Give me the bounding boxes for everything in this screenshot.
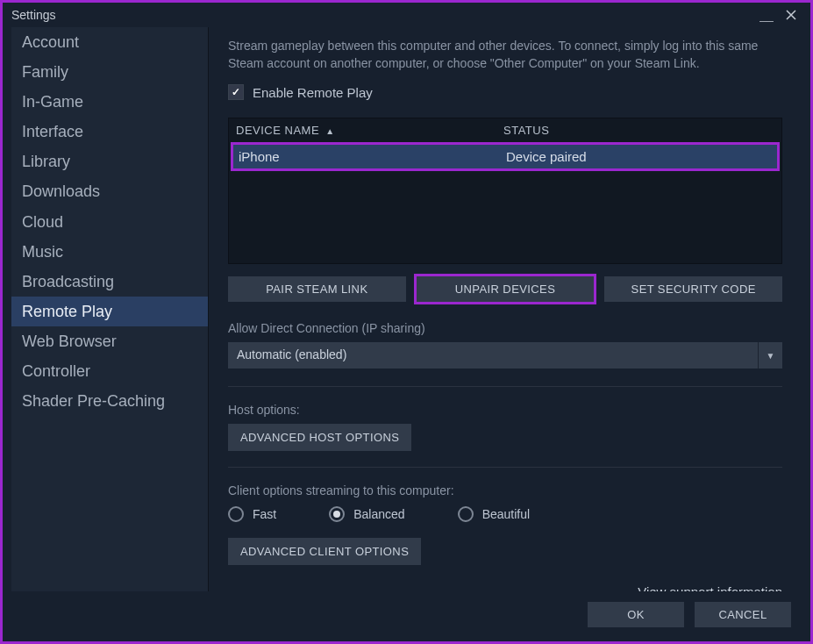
set-security-code-button[interactable]: SET SECURITY CODE bbox=[604, 276, 782, 302]
enable-remote-play-checkbox[interactable] bbox=[228, 84, 244, 100]
titlebar: Settings __ bbox=[3, 3, 810, 27]
settings-window: Settings __ AccountFamilyIn-GameInterfac… bbox=[3, 3, 810, 641]
minimize-button[interactable]: __ bbox=[756, 4, 777, 25]
view-support-link[interactable]: View support information bbox=[638, 584, 782, 591]
enable-remote-play-label: Enable Remote Play bbox=[253, 85, 373, 100]
sidebar-item-music[interactable]: Music bbox=[11, 237, 208, 267]
enable-remote-play-row[interactable]: Enable Remote Play bbox=[228, 84, 782, 100]
column-device-name[interactable]: DEVICE NAME ▲ bbox=[236, 124, 503, 137]
sidebar-item-controller[interactable]: Controller bbox=[11, 356, 208, 386]
direct-connection-dropdown[interactable]: Automatic (enabled) ▼ bbox=[228, 342, 782, 369]
sidebar-item-remote-play[interactable]: Remote Play bbox=[11, 297, 208, 326]
radio-icon bbox=[329, 506, 345, 522]
divider bbox=[228, 386, 782, 387]
unpair-devices-button[interactable]: UNPAIR DEVICES bbox=[417, 276, 595, 302]
window-title: Settings bbox=[11, 8, 752, 22]
device-table: DEVICE NAME ▲ STATUS iPhone Device paire… bbox=[228, 118, 782, 264]
direct-connection-label: Allow Direct Connection (IP sharing) bbox=[228, 321, 782, 335]
quality-radio-fast[interactable]: Fast bbox=[228, 506, 276, 522]
radio-label: Fast bbox=[253, 507, 276, 521]
device-row-highlight: iPhone Device paired bbox=[231, 142, 780, 171]
chevron-down-icon: ▼ bbox=[758, 342, 782, 369]
sidebar-item-family[interactable]: Family bbox=[11, 57, 208, 87]
radio-icon bbox=[228, 506, 244, 522]
sidebar-item-interface[interactable]: Interface bbox=[11, 117, 208, 147]
radio-label: Balanced bbox=[353, 507, 404, 521]
sidebar-item-account[interactable]: Account bbox=[11, 27, 208, 57]
client-quality-radios: FastBalancedBeautiful bbox=[228, 506, 782, 522]
column-status[interactable]: STATUS bbox=[503, 124, 774, 137]
sidebar-item-broadcasting[interactable]: Broadcasting bbox=[11, 267, 208, 297]
host-options-label: Host options: bbox=[228, 403, 782, 417]
sidebar-item-cloud[interactable]: Cloud bbox=[11, 207, 208, 237]
advanced-client-options-button[interactable]: ADVANCED CLIENT OPTIONS bbox=[228, 538, 421, 565]
remote-play-panel: Stream gameplay between this computer an… bbox=[209, 27, 802, 591]
panel-description: Stream gameplay between this computer an… bbox=[228, 38, 782, 72]
sort-asc-icon: ▲ bbox=[325, 126, 334, 136]
sidebar-item-in-game[interactable]: In-Game bbox=[11, 87, 208, 117]
device-status-cell: Device paired bbox=[506, 149, 772, 164]
dialog-footer: OK CANCEL bbox=[3, 591, 810, 641]
settings-sidebar: AccountFamilyIn-GameInterfaceLibraryDown… bbox=[11, 27, 209, 591]
sidebar-item-library[interactable]: Library bbox=[11, 147, 208, 176]
close-button[interactable] bbox=[781, 4, 802, 25]
device-table-header[interactable]: DEVICE NAME ▲ STATUS bbox=[229, 118, 781, 142]
advanced-host-options-button[interactable]: ADVANCED HOST OPTIONS bbox=[228, 424, 411, 451]
close-icon bbox=[786, 10, 796, 20]
divider bbox=[228, 467, 782, 468]
sidebar-item-downloads[interactable]: Downloads bbox=[11, 176, 208, 206]
direct-connection-value: Automatic (enabled) bbox=[228, 342, 758, 369]
table-row[interactable]: iPhone Device paired bbox=[233, 145, 777, 168]
radio-label: Beautiful bbox=[482, 507, 530, 521]
device-name-cell: iPhone bbox=[239, 149, 506, 164]
device-table-empty-area bbox=[229, 171, 781, 263]
pair-steam-link-button[interactable]: PAIR STEAM LINK bbox=[228, 276, 406, 302]
radio-icon bbox=[458, 506, 474, 522]
cancel-button[interactable]: CANCEL bbox=[695, 602, 791, 627]
quality-radio-beautiful[interactable]: Beautiful bbox=[458, 506, 530, 522]
quality-radio-balanced[interactable]: Balanced bbox=[329, 506, 404, 522]
ok-button[interactable]: OK bbox=[588, 602, 684, 627]
sidebar-item-shader-pre-caching[interactable]: Shader Pre-Caching bbox=[11, 386, 208, 416]
client-options-label: Client options streaming to this compute… bbox=[228, 483, 782, 497]
sidebar-item-web-browser[interactable]: Web Browser bbox=[11, 326, 208, 356]
